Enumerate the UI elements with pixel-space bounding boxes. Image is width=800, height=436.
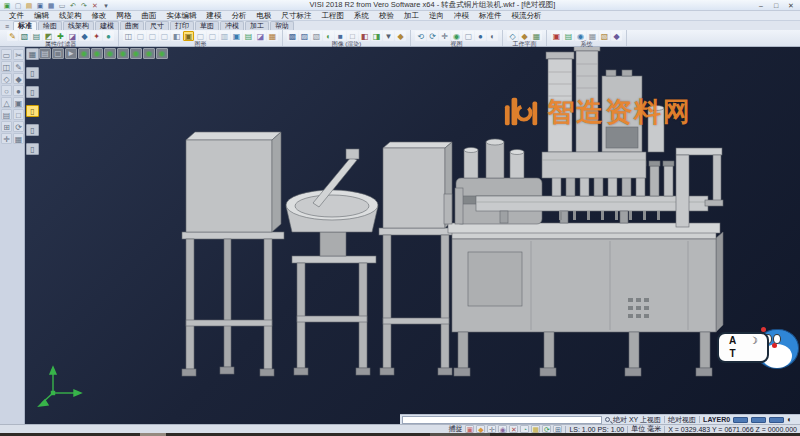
workplane-new-icon[interactable]: ◇ — [507, 31, 518, 41]
plane-top-icon[interactable]: ▯ — [26, 124, 39, 136]
graphic-wire-icon[interactable]: ▥ — [219, 31, 230, 41]
element-filter-icon[interactable]: ◆ — [79, 31, 90, 41]
dock-list-icon[interactable]: ▤ — [1, 109, 12, 120]
undo-icon[interactable]: ↶ — [68, 1, 78, 10]
menu-item[interactable]: 网格 — [112, 11, 137, 21]
dock-grid-icon[interactable]: ⊞ — [1, 121, 12, 132]
menu-item[interactable]: 冲模 — [449, 11, 474, 21]
snap-center-icon[interactable]: ✛ — [487, 425, 496, 433]
dock-hatch-icon[interactable]: ▦ — [13, 133, 24, 144]
system-info-icon[interactable]: ◉ — [575, 31, 586, 41]
snap-grid-icon[interactable]: ▦ — [531, 425, 540, 433]
dock-trim-icon[interactable]: ✂ — [13, 49, 24, 60]
menu-item[interactable]: 工程图 — [317, 11, 350, 21]
dock-regen-icon[interactable]: ⟳ — [13, 121, 24, 132]
menu-item[interactable]: 修改 — [87, 11, 112, 21]
view-bottom-sphere-icon[interactable]: ◉ — [143, 48, 155, 59]
snap-mid-icon[interactable]: ◆ — [476, 425, 485, 433]
close-button[interactable]: ✕ — [784, 1, 798, 10]
view-previous-icon[interactable]: ◐ — [487, 31, 498, 41]
ime-moon-icon[interactable]: ☽ — [749, 336, 758, 346]
graphic-active-icon[interactable]: ▣ — [183, 31, 194, 41]
view-left-sphere-icon[interactable]: ◉ — [117, 48, 129, 59]
type-filter-icon[interactable]: ◩ — [43, 31, 54, 41]
graphic-box-5-icon[interactable]: ▢ — [207, 31, 218, 41]
workplane-grid-icon[interactable]: ▦ — [531, 31, 542, 41]
redo-icon[interactable]: ↷ — [79, 1, 89, 10]
view-iso-icon[interactable]: ● — [475, 31, 486, 41]
menu-item[interactable]: 分析 — [227, 11, 252, 21]
ribbon-tab[interactable]: 加工 — [245, 21, 269, 30]
menu-item[interactable]: 实体编辑 — [162, 11, 202, 21]
ime-language-indicator[interactable]: A — [729, 336, 736, 346]
snap-point-icon[interactable]: ▣ — [465, 425, 474, 433]
render-right-icon[interactable]: ◨ — [371, 31, 382, 41]
ime-toolbar[interactable]: A ☽ T — [717, 327, 799, 373]
ribbon-tab[interactable]: 标准 — [13, 21, 37, 30]
menu-item[interactable]: 逆向 — [424, 11, 449, 21]
new-document-icon[interactable]: ▢ — [13, 1, 23, 10]
graphic-section-icon[interactable]: ▦ — [267, 31, 278, 41]
menu-item[interactable]: 曲面 — [137, 11, 162, 21]
rotate-right-icon[interactable]: ⟳ — [427, 31, 438, 41]
layer-filter-icon[interactable]: ▤ — [31, 31, 42, 41]
ribbon-tab[interactable]: 帮助 — [270, 21, 294, 30]
dock-offset-icon[interactable]: ◆ — [13, 73, 24, 84]
graphic-mesh-icon[interactable]: ◪ — [255, 31, 266, 41]
plane-front-icon[interactable]: ▯ — [26, 67, 39, 79]
save-all-icon[interactable]: ▦ — [46, 1, 56, 10]
system-tools-icon[interactable]: ◆ — [611, 31, 622, 41]
print-icon[interactable]: ▭ — [57, 1, 67, 10]
ribbon-tab[interactable]: 草图 — [195, 21, 219, 30]
rotate-left-icon[interactable]: ⟲ — [415, 31, 426, 41]
frame-select-icon[interactable]: ▢ — [52, 48, 64, 59]
system-grid-icon[interactable]: ▦ — [587, 31, 598, 41]
active-layer-indicator[interactable]: LAYER0 — [703, 416, 730, 423]
dock-circle-icon[interactable]: ○ — [1, 85, 12, 96]
render-left-icon[interactable]: ◧ — [359, 31, 370, 41]
plane-active-icon[interactable]: ▯ — [26, 105, 39, 117]
plane-iso-icon[interactable]: ▯ — [26, 143, 39, 155]
ime-panel[interactable]: A ☽ T — [717, 332, 769, 363]
system-settings-icon[interactable]: ▣ — [551, 31, 562, 41]
menu-item[interactable]: 系统 — [349, 11, 374, 21]
search-icon[interactable] — [605, 417, 610, 422]
graphic-box-2-icon[interactable]: ▢ — [147, 31, 158, 41]
render-shaded-icon[interactable]: ▩ — [287, 31, 298, 41]
delete-icon[interactable]: ✕ — [90, 1, 100, 10]
view-top-sphere-icon[interactable]: ◉ — [78, 48, 90, 59]
system-database-icon[interactable]: ▧ — [599, 31, 610, 41]
zoom-extents-icon[interactable]: ◉ — [451, 31, 462, 41]
pointer-icon[interactable]: ► — [65, 48, 77, 59]
render-material-icon[interactable]: ◆ — [395, 31, 406, 41]
minimize-button[interactable]: – — [754, 1, 768, 10]
view-back-sphere-icon[interactable]: ◉ — [130, 48, 142, 59]
grid-plane-icon[interactable]: ▦ — [26, 48, 39, 60]
menu-item[interactable]: 加工 — [399, 11, 424, 21]
3d-viewport[interactable]: ▤▢►◉◉◉◉◉◉◉ ▦▯▯▯▯▯ 智造资料网 — [25, 47, 800, 424]
mask-filter-icon[interactable]: ◪ — [67, 31, 78, 41]
highlight-filter-icon[interactable]: ✦ — [91, 31, 102, 41]
ribbon-tab[interactable]: 线架构 — [63, 21, 94, 30]
qat-dropdown-icon[interactable]: ▾ — [101, 1, 111, 10]
snap-quadrant-icon[interactable]: ◉ — [498, 425, 507, 433]
command-input[interactable] — [402, 416, 602, 424]
workplane-align-icon[interactable]: ◆ — [519, 31, 530, 41]
dock-cross-icon[interactable]: ✛ — [1, 133, 12, 144]
menu-item[interactable]: 标准件 — [474, 11, 507, 21]
add-filter-icon[interactable]: ✚ — [55, 31, 66, 41]
dock-layer-icon[interactable]: ▣ — [13, 97, 24, 108]
ribbon-tab[interactable]: 建模 — [95, 21, 119, 30]
workplane-status[interactable]: 绝对 XY 上视图 — [613, 415, 661, 425]
menu-item[interactable]: 模流分析 — [507, 11, 547, 21]
graphic-surface-icon[interactable]: ▤ — [243, 31, 254, 41]
render-dropdown-icon[interactable]: ▼ — [383, 31, 394, 41]
clipboard-icon[interactable]: ▤ — [39, 48, 51, 59]
dock-mirror-icon[interactable]: ◇ — [1, 73, 12, 84]
ime-caps-indicator[interactable]: T — [729, 349, 735, 359]
grid-toggle-icon[interactable]: ⊞ — [553, 425, 562, 433]
system-layers-icon[interactable]: ▤ — [563, 31, 574, 41]
plane-side-icon[interactable]: ▯ — [26, 86, 39, 98]
view-status[interactable]: 绝对视图 — [668, 415, 696, 425]
ribbon-tab[interactable]: 曲面 — [120, 21, 144, 30]
